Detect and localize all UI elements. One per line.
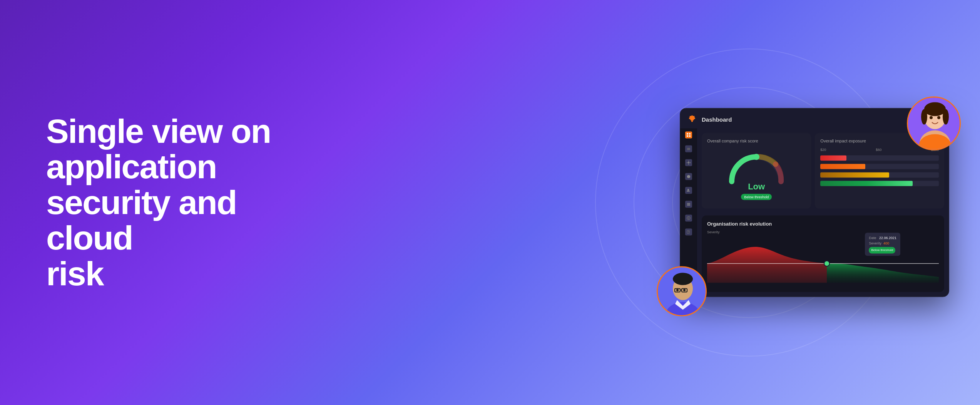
tooltip-badge: Below threshold: [869, 246, 896, 253]
svg-point-20: [687, 189, 689, 191]
gauge-label: Low: [748, 182, 765, 192]
bar-track-yellow: [820, 172, 939, 178]
dashboard-container: Dashboard: [680, 108, 949, 297]
bar-row-red: [820, 156, 939, 161]
bar-row-yellow: [820, 172, 939, 178]
svg-point-2: [924, 102, 946, 116]
sidebar-icon-info[interactable]: [685, 215, 692, 222]
scale-label-60: $60: [876, 148, 881, 152]
svg-rect-12: [689, 136, 691, 137]
bar-track-orange: [820, 164, 939, 169]
gauge-svg: [726, 151, 787, 186]
svg-point-36: [673, 273, 693, 285]
bar-row-green: [820, 181, 939, 186]
bar-fill-yellow: [820, 172, 889, 178]
svg-point-7: [930, 116, 933, 119]
main-content: Overall company risk score: [697, 129, 949, 297]
tooltip-date: Date 22.06.2021: [869, 235, 896, 241]
tooltip-box: Date 22.06.2021 Severity 400 Below thres…: [865, 233, 900, 256]
bar-fill-green: [820, 181, 913, 186]
svg-rect-18: [687, 162, 687, 163]
svg-point-3: [921, 109, 927, 125]
svg-rect-22: [687, 204, 690, 205]
gauge-container: Low Below threshold: [707, 148, 806, 203]
svg-rect-25: [688, 218, 689, 219]
dashboard-body: Overall company risk score: [680, 129, 949, 297]
svg-rect-13: [687, 148, 690, 149]
sidebar-icon-shield[interactable]: [685, 173, 692, 180]
avatar-male: [657, 266, 707, 316]
risk-score-widget: Overall company risk score: [702, 133, 811, 209]
hero-section: Single view on application security and …: [46, 114, 285, 291]
svg-rect-21: [687, 203, 690, 204]
chart-svg: [707, 229, 939, 287]
svg-rect-16: [688, 161, 689, 162]
widgets-row: Overall company risk score: [702, 133, 944, 209]
svg-rect-19: [690, 162, 691, 163]
sidebar-icon-gear[interactable]: [685, 159, 692, 166]
sidebar-icon-grid[interactable]: [685, 132, 692, 139]
hero-heading: Single view on application security and …: [46, 114, 285, 291]
tooltip-severity: Severity 400: [869, 241, 896, 246]
svg-point-26: [688, 217, 689, 218]
evolution-card: Organisation risk evolution Severity: [702, 216, 944, 292]
sidebar-icon-layers[interactable]: [685, 146, 692, 152]
avatar-female: [907, 97, 961, 151]
evolution-title: Organisation risk evolution: [707, 221, 939, 227]
svg-point-32: [824, 261, 829, 266]
svg-rect-9: [687, 133, 688, 135]
svg-rect-17: [688, 164, 689, 165]
page-background: Single view on application security and …: [0, 0, 980, 405]
impact-scale: $20 $60 $100: [820, 148, 939, 152]
scale-label-20: $20: [820, 148, 826, 152]
svg-rect-29: [688, 232, 689, 233]
dashboard-title: Dashboard: [702, 116, 732, 122]
svg-point-30: [753, 154, 759, 160]
svg-point-4: [943, 109, 949, 125]
svg-point-40: [676, 289, 679, 291]
sidebar-icon-document[interactable]: [685, 229, 692, 236]
sidebar-icon-users[interactable]: [685, 187, 692, 194]
chart-area: Date 22.06.2021 Severity 400 Below thres…: [707, 229, 939, 287]
svg-rect-10: [689, 133, 691, 135]
bar-track-green: [820, 181, 939, 186]
deer-icon: [688, 115, 697, 124]
svg-point-15: [688, 162, 689, 164]
sidebar-icon-settings[interactable]: [685, 201, 692, 208]
risk-score-title: Overall company risk score: [707, 139, 806, 143]
threshold-badge: Below threshold: [741, 194, 772, 200]
svg-rect-28: [688, 231, 689, 232]
svg-point-41: [683, 289, 686, 291]
bar-row-orange: [820, 164, 939, 169]
dashboard-card: Dashboard: [680, 108, 949, 297]
svg-point-8: [937, 116, 940, 119]
bar-fill-red: [820, 156, 846, 161]
bar-fill-orange: [820, 164, 865, 169]
bar-track-red: [820, 156, 939, 161]
svg-rect-23: [687, 205, 690, 206]
svg-rect-11: [687, 136, 688, 137]
svg-rect-14: [687, 149, 690, 150]
